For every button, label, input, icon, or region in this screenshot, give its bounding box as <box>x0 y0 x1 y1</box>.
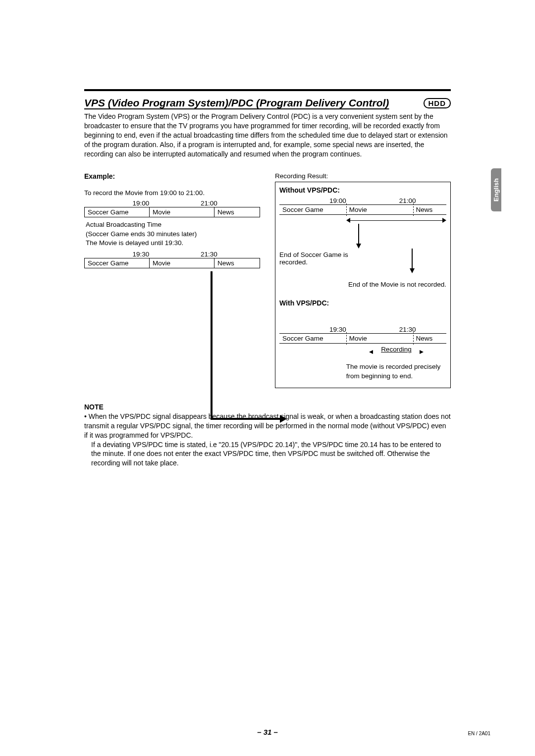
actual-programs-table: Soccer Game Movie News <box>84 258 260 268</box>
example-label: Example: <box>84 172 260 180</box>
page-body: VPS (Video Program System)/PDC (Program … <box>84 89 451 468</box>
program-cell: Soccer Game <box>279 205 346 215</box>
footer-code: EN / 2A01 <box>468 731 490 736</box>
note-section: NOTE When the VPS/PDC signal disappears … <box>84 403 451 468</box>
actual-line: The Movie is delayed until 19:30. <box>86 239 260 248</box>
example-column: Example: To record the Movie from 19:00 … <box>84 172 260 388</box>
without-programs-table: Soccer Game Movie News <box>279 204 446 215</box>
program-cell: News <box>214 258 260 268</box>
page-number: – 31 – <box>0 728 535 736</box>
precise-text: The movie is recorded precisely from beg… <box>346 362 446 380</box>
time-label: 19:00 <box>84 200 152 207</box>
note-item: When the VPS/PDC signal disappears becau… <box>84 412 451 440</box>
without-heading: Without VPS/PDC: <box>279 186 446 194</box>
without-times: 19:00 21:00 <box>279 197 446 204</box>
intro-paragraph: The Video Program System (VPS) or the Pr… <box>84 112 451 158</box>
end-soccer-text: End of Soccer Game is recorded. <box>279 251 371 266</box>
actual-line: Actual Broadcasting Time <box>86 220 260 229</box>
result-label: Recording Result: <box>275 172 451 180</box>
program-cell: News <box>413 205 446 215</box>
time-label: 21:00 <box>152 200 220 207</box>
down-arrow-icon <box>410 268 415 273</box>
program-cell: Movie <box>149 207 214 217</box>
note-heading: NOTE <box>84 403 451 411</box>
program-cell: Soccer Game <box>85 258 150 268</box>
program-cell: News <box>214 207 260 217</box>
time-label: 19:30 <box>84 251 152 258</box>
actual-line: (Soccer Game ends 30 minutes later) <box>86 230 260 239</box>
result-column: Recording Result: Without VPS/PDC: 19:00… <box>275 172 451 388</box>
program-cell: News <box>413 334 446 344</box>
recording-span-arrow <box>279 217 446 224</box>
result-box: Without VPS/PDC: 19:00 21:00 Soccer Game… <box>275 182 451 388</box>
time-label: 19:30 <box>279 326 349 333</box>
time-label: 21:00 <box>349 197 419 204</box>
recording-label: Recording <box>371 346 422 353</box>
program-cell: Movie <box>346 205 413 215</box>
scheduled-programs-table: Soccer Game Movie News <box>84 207 260 217</box>
end-movie-text: End of the Movie is not recorded. <box>348 281 446 288</box>
with-programs-table: Soccer Game Movie News <box>279 333 446 344</box>
language-tab: English <box>491 168 501 211</box>
section-title: VPS (Video Program System)/PDC (Program … <box>84 97 418 109</box>
down-arrow-icon <box>356 244 361 249</box>
program-cell: Movie <box>149 258 214 268</box>
actual-broadcast-text: Actual Broadcasting Time (Soccer Game en… <box>86 220 260 248</box>
program-cell: Movie <box>346 334 413 344</box>
program-cell: Soccer Game <box>85 207 150 217</box>
time-label: 21:30 <box>349 326 419 333</box>
program-cell: Soccer Game <box>279 334 346 344</box>
scheduled-times: 19:00 21:00 <box>84 200 260 207</box>
with-heading: With VPS/PDC: <box>279 299 446 307</box>
time-label: 19:00 <box>279 197 349 204</box>
actual-times: 19:30 21:30 <box>84 251 260 258</box>
time-label: 21:30 <box>152 251 220 258</box>
with-times: 19:30 21:30 <box>279 326 446 333</box>
record-line: To record the Movie from 19:00 to 21:00. <box>84 189 260 197</box>
note-item: If a deviating VPS/PDC time is stated, i… <box>91 440 451 468</box>
hdd-badge: HDD <box>424 98 451 108</box>
top-rule <box>84 89 451 91</box>
